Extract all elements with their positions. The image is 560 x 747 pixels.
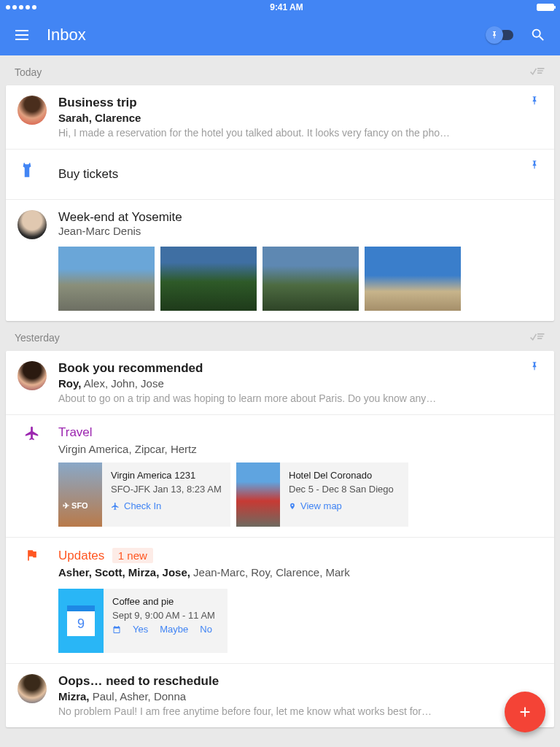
image-thumbnail[interactable] <box>262 247 359 311</box>
avatar <box>18 96 47 125</box>
pin-icon[interactable] <box>529 96 542 139</box>
attachment-thumbnails <box>58 247 542 311</box>
rsvp-no[interactable]: No <box>200 624 212 635</box>
bundle-title-row: Updates 1 new <box>58 548 542 563</box>
bundle-senders: Asher, Scott, Mirza, Jose, Jean-Marc, Ro… <box>58 566 542 578</box>
search-icon <box>530 27 546 43</box>
check-in-link[interactable]: Check In <box>111 500 222 511</box>
flight-thumbnail <box>58 462 102 527</box>
conversation-book[interactable]: Book you recommended Roy, Alex, John, Jo… <box>6 351 554 414</box>
conversation-senders: Mizra, Paul, Asher, Donna <box>58 690 542 703</box>
avatar <box>18 361 47 390</box>
rsvp-yes[interactable]: Yes <box>133 624 148 635</box>
location-icon <box>289 502 296 511</box>
conversation-title: Business trip <box>58 96 529 110</box>
status-bar: 9:41 AM <box>0 0 560 15</box>
conversation-senders: Roy, Alex, John, Jose <box>58 377 529 390</box>
avatar <box>18 674 47 703</box>
status-time: 9:41 AM <box>36 2 537 12</box>
sweep-icon <box>529 66 545 76</box>
sweep-icon <box>529 331 545 341</box>
section-header-today: Today <box>6 55 554 85</box>
sweep-button[interactable] <box>529 66 545 78</box>
menu-button[interactable] <box>12 25 32 45</box>
plane-icon <box>111 502 120 511</box>
section-label: Yesterday <box>15 332 60 344</box>
pin-icon[interactable] <box>529 361 542 404</box>
sweep-button[interactable] <box>529 331 545 344</box>
bundle-updates[interactable]: Updates 1 new Asher, Scott, Mirza, Jose,… <box>6 537 554 663</box>
calendar-icon <box>112 625 121 634</box>
hotel-card[interactable]: Hotel Del Coronado Dec 5 - Dec 8 San Die… <box>236 462 408 527</box>
bundle-title: Travel <box>58 425 542 440</box>
flight-card[interactable]: Virgin America 1231 SFO-JFK Jan 13, 8:23… <box>58 462 230 527</box>
conversation-sender: Jean-Marc Denis <box>58 225 542 237</box>
image-thumbnail[interactable] <box>58 247 155 311</box>
image-thumbnail[interactable] <box>160 247 257 311</box>
updates-bundle-icon <box>18 548 47 581</box>
conversation-preview: Hi, I made a reservation for the hotel y… <box>58 127 529 139</box>
bundle-travel[interactable]: Travel Virgin America, Zipcar, Hertz Vir… <box>6 414 554 537</box>
image-thumbnail[interactable] <box>365 247 461 311</box>
section-header-yesterday: Yesterday <box>6 321 554 351</box>
conversation-senders: Sarah, Clarence <box>58 112 529 124</box>
today-card: Business trip Sarah, Clarence Hi, I made… <box>6 85 554 321</box>
reminder-icon <box>18 160 47 189</box>
event-time: Sept 9, 9:00 AM - 11 AM <box>112 610 215 621</box>
flight-detail: SFO-JFK Jan 13, 8:23 AM <box>111 484 222 495</box>
pin-icon <box>486 26 503 44</box>
signal-dots <box>6 5 36 9</box>
hotel-detail: Dec 5 - Dec 8 San Diego <box>289 484 394 495</box>
plus-icon <box>517 704 533 720</box>
travel-bundle-icon <box>18 425 47 455</box>
reminder-buy-tickets[interactable]: Buy tickets <box>6 149 554 199</box>
search-button[interactable] <box>528 25 548 45</box>
conversation-yosemite[interactable]: Week-end at Yosemite Jean-Marc Denis <box>6 199 554 321</box>
view-map-link[interactable]: View map <box>289 500 394 511</box>
section-label: Today <box>15 66 42 78</box>
conversation-preview: No problem Paul! I am free anytime befor… <box>58 705 542 717</box>
new-badge: 1 new <box>112 548 153 563</box>
conversation-oops[interactable]: Oops… need to reschedule Mizra, Paul, As… <box>6 663 554 727</box>
rsvp-maybe[interactable]: Maybe <box>160 624 188 635</box>
bundle-senders: Virgin America, Zipcar, Hertz <box>58 443 542 455</box>
bundle-title: Updates <box>58 549 104 562</box>
pin-icon[interactable] <box>529 160 542 189</box>
app-title: Inbox <box>47 26 471 44</box>
hotel-name: Hotel Del Coronado <box>289 470 394 481</box>
event-card[interactable]: 9 Coffee and pie Sept 9, 9:00 AM - 11 AM… <box>58 589 228 653</box>
conversation-business-trip[interactable]: Business trip Sarah, Clarence Hi, I made… <box>6 85 554 149</box>
hamburger-icon <box>15 34 28 36</box>
event-date-icon: 9 <box>58 589 104 653</box>
conversation-title: Week-end at Yosemite <box>58 210 542 225</box>
event-title: Coffee and pie <box>112 596 215 607</box>
reminder-title: Buy tickets <box>58 167 118 182</box>
hotel-thumbnail <box>236 462 280 527</box>
pinned-toggle[interactable] <box>486 26 513 44</box>
avatar <box>18 210 47 239</box>
flight-name: Virgin America 1231 <box>111 470 222 481</box>
compose-fab[interactable] <box>505 692 545 732</box>
conversation-title: Oops… need to reschedule <box>58 674 542 689</box>
battery-icon <box>537 4 554 11</box>
app-bar: Inbox <box>0 15 560 55</box>
yesterday-card: Book you recommended Roy, Alex, John, Jo… <box>6 351 554 727</box>
conversation-preview: About to go on a trip and was hoping to … <box>58 392 529 404</box>
conversation-title: Book you recommended <box>58 361 529 376</box>
